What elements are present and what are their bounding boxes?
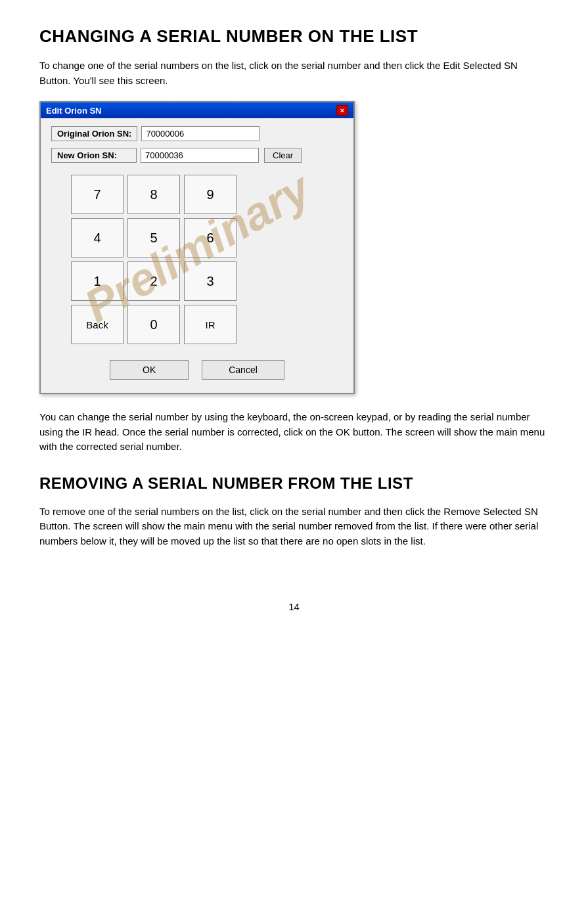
key-ir[interactable]: IR <box>184 305 237 344</box>
page-number: 14 <box>288 601 300 612</box>
ok-button[interactable]: OK <box>110 360 189 380</box>
keypad-row-3: 1 2 3 <box>71 261 240 301</box>
new-sn-row: New Orion SN: Clear <box>51 148 343 163</box>
key-4[interactable]: 4 <box>71 218 124 257</box>
section2-title: REMOVING A SERIAL NUMBER FROM THE LIST <box>39 474 549 493</box>
key-back[interactable]: Back <box>71 305 124 344</box>
clear-button[interactable]: Clear <box>264 148 302 163</box>
after-dialog-text: You can change the serial number by usin… <box>39 410 549 455</box>
key-3[interactable]: 3 <box>184 261 237 301</box>
dialog-body: Original Orion SN: New Orion SN: Clear 7… <box>41 118 353 393</box>
keypad: 7 8 9 4 5 6 1 2 3 Back 0 IR <box>71 175 240 348</box>
section2: REMOVING A SERIAL NUMBER FROM THE LIST T… <box>39 474 549 549</box>
page-footer: 14 <box>39 601 549 612</box>
new-sn-label: New Orion SN: <box>51 148 137 163</box>
dialog-titlebar: Edit Orion SN × <box>41 102 353 118</box>
original-sn-row: Original Orion SN: <box>51 126 343 141</box>
key-5[interactable]: 5 <box>127 218 180 257</box>
dialog-footer: OK Cancel <box>51 360 343 380</box>
cancel-button[interactable]: Cancel <box>202 360 284 380</box>
new-sn-input[interactable] <box>141 148 259 163</box>
edit-orion-sn-dialog: Preliminary Edit Orion SN × Original Ori… <box>39 101 355 394</box>
intro-paragraph: To change one of the serial numbers on t… <box>39 58 549 88</box>
key-1[interactable]: 1 <box>71 261 124 301</box>
keypad-row-4: Back 0 IR <box>71 305 240 344</box>
dialog-container: Preliminary Edit Orion SN × Original Ori… <box>39 101 549 394</box>
section2-text: To remove one of the serial numbers on t… <box>39 504 549 549</box>
keypad-row-1: 7 8 9 <box>71 175 240 214</box>
original-sn-label: Original Orion SN: <box>51 126 137 141</box>
page-title: CHANGING A SERIAL NUMBER ON THE LIST <box>39 26 549 47</box>
dialog-close-button[interactable]: × <box>336 105 348 116</box>
key-2[interactable]: 2 <box>127 261 180 301</box>
key-8[interactable]: 8 <box>127 175 180 214</box>
key-6[interactable]: 6 <box>184 218 237 257</box>
dialog-title: Edit Orion SN <box>46 106 102 116</box>
key-7[interactable]: 7 <box>71 175 124 214</box>
original-sn-input[interactable] <box>141 126 260 141</box>
key-9[interactable]: 9 <box>184 175 237 214</box>
keypad-row-2: 4 5 6 <box>71 218 240 257</box>
key-0[interactable]: 0 <box>127 305 180 344</box>
